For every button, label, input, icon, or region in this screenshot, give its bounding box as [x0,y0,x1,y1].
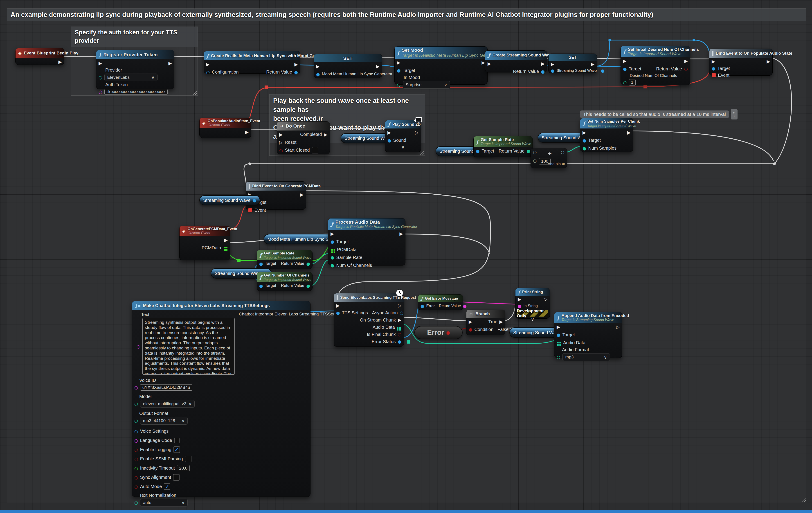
exec-in-pin[interactable]: ▶ [98,60,102,66]
blueprint-graph[interactable]: An example demonstrating lip sync during… [0,0,812,513]
model-pin[interactable]: ○ [134,401,138,406]
true-pin[interactable]: ▶ [499,319,503,324]
target-pin[interactable]: ● [557,332,560,337]
return-value-pin[interactable]: ● [294,70,298,75]
async-action-pin[interactable]: ○ [400,310,404,315]
comment-resize-grip[interactable] [420,150,424,155]
voice-settings-pin[interactable]: ○ [134,429,138,434]
sample-rate-pin[interactable]: ● [330,255,334,260]
event-pin[interactable] [248,208,253,212]
node-create-streaming-sound-wave[interactable]: ƒ Create Streaming Sound Wave ▶▶ Return … [485,50,547,73]
exec-out-pin[interactable]: ▶ [224,237,228,243]
node-set-mood-generator[interactable]: SET ▶▶ ● Mood Meta Human Lip Sync Genera… [314,54,382,78]
pcmdata-array-pin[interactable] [331,249,332,250]
exec-out-pin[interactable]: ▶ [482,60,485,65]
exec-out-pin[interactable]: ▷ [415,130,418,135]
inactivity-timeout-pin[interactable]: ○ [134,466,138,471]
output-format-pin[interactable]: ○ [134,418,138,423]
return-value-pin[interactable]: ● [463,304,467,309]
auto-mode-pin[interactable]: ○ [134,484,138,489]
exec-out-pin[interactable]: ▶ [245,130,249,135]
condition-pin[interactable]: ● [469,327,472,332]
exec-in-pin[interactable]: ▶ [551,61,554,67]
exec-in-pin[interactable]: ▶ [557,324,560,330]
target-pin[interactable]: ● [330,239,334,244]
add-pin-button[interactable]: Add pin ⊕ [548,162,565,166]
audio-format-pin[interactable]: ○ [557,354,560,360]
divide-input-b-pin[interactable]: ○ [533,158,537,163]
exec-out-pin[interactable]: ▶ [376,64,380,69]
exec-in-pin[interactable]: ▶ [623,58,627,64]
node-branch[interactable]: Branch ▶ True▶ ● Condition False▶ [466,310,505,335]
node-process-audio-data[interactable]: ƒ Process Audio Data Target is Realistic… [328,218,405,265]
return-value-pin[interactable]: ● [306,261,310,266]
model-dropdown[interactable]: eleven_multilingual_v2∨ [140,400,195,408]
enable-ssml-pin[interactable]: ○ [134,457,138,461]
exec-out-pin[interactable]: ▶ [685,58,688,64]
exec-in-pin[interactable]: ▶ [387,130,391,135]
sound-wave-pin[interactable]: ● [551,68,555,73]
var-streaming-sound-wave[interactable]: Streaming Sound Wave ● [199,195,260,205]
node-event-begin-play[interactable]: ◈ Event Blueprint Begin Play ▶ [15,48,64,65]
divide-output-pin[interactable]: ○ [561,150,564,154]
node-on-populate-event[interactable]: ◈ OnPopulateAudioState_Event Custom Even… [199,118,251,138]
exec-out-pin[interactable]: ▶ [627,130,631,135]
exec-out-pin[interactable]: ▶ [294,62,298,67]
node-set-mood[interactable]: ƒ Set Mood Target is Realistic Meta Huma… [395,46,488,85]
inactivity-input[interactable]: 20.0 [177,465,190,472]
completed-pin[interactable]: ▶ [324,132,327,137]
provider-pin[interactable]: ○ [98,75,103,80]
text-normalization-pin[interactable]: ○ [134,500,138,505]
pcmdata-array-pin[interactable] [224,247,225,248]
node-make-tts-settings[interactable]: }▪ Make Chatbot Integrator Eleven Labs S… [132,301,311,497]
var-output-pin[interactable]: ● [253,198,256,203]
node-get-error-message[interactable]: ƒ Get Error Message ●Error Return Value … [418,294,463,310]
node-append-audio-data[interactable]: ƒ Append Audio Data from Encoded Target … [554,312,622,358]
language-code-pin[interactable]: ○ [134,438,138,443]
exec-in-pin[interactable]: ▶ [518,296,521,302]
audio-data-array-pin[interactable] [557,342,558,343]
configuration-pin[interactable]: ○ [206,70,210,75]
exec-in-pin[interactable]: ▶ [206,62,209,67]
provider-dropdown[interactable]: ElevenLabs∨ [105,74,157,81]
return-value-pin[interactable]: ● [541,69,545,74]
exec-out-pin[interactable]: ▶ [400,231,403,236]
node-send-tts-request[interactable]: Send ElevenLabs Streaming TTS Request ▶▷… [334,293,404,347]
target-pin[interactable]: ● [712,66,716,71]
num-channels-pin[interactable]: ● [330,263,334,268]
comment-resize-grip[interactable] [193,90,197,95]
error-status-pin[interactable]: ● [398,339,401,344]
exec-out-pin[interactable]: ▶ [591,61,594,67]
comment-resize-grip[interactable] [801,498,806,502]
target-pin[interactable]: ● [259,261,263,266]
var-error[interactable]: Error ● [414,326,463,339]
target-pin[interactable]: ● [582,138,586,143]
auto-mode-checkbox[interactable]: ✓ [164,483,170,490]
return-value-pin[interactable]: ○ [684,66,688,71]
start-closed-pin[interactable]: ○ [279,148,283,153]
node-get-sample-rate-2[interactable]: ƒ Get Sample Rate Target is Imported Sou… [257,250,313,269]
exec-out-pin[interactable]: ▷ [398,303,401,308]
node-create-lipsync-generator[interactable]: ƒ Create Realistic Meta Human Lip Sync w… [204,51,300,74]
sound-pin[interactable]: ● [387,138,391,143]
exec-in-pin[interactable]: ▶ [582,130,586,135]
is-final-chunk-pin[interactable]: ○ [398,332,401,337]
exec-out-pin[interactable]: ▷ [544,296,547,302]
node-set-initial-channels[interactable]: ƒ Set Initial Desired Num Of Channels Ta… [620,46,690,85]
event-pin[interactable] [712,73,716,77]
start-closed-checkbox[interactable] [312,147,318,153]
enable-logging-checkbox[interactable]: ✓ [173,447,180,453]
target-pin[interactable]: ● [259,283,263,288]
exec-out-pin[interactable]: ▶ [58,59,62,64]
exec-out-pin[interactable]: ▶ [169,60,172,66]
channels-input[interactable]: 1 [629,79,636,86]
exec-in-pin[interactable]: ▶ [279,132,283,137]
error-pin[interactable]: ● [420,304,424,309]
node-bind-populate-audio-state[interactable]: Bind Event to On Populate Audio State ▶▶… [709,49,773,76]
node-print-string[interactable]: ƒ Print String ▶▷ ●In String Development… [515,288,550,319]
exec-out-pin[interactable]: ▶ [767,59,770,64]
exec-in-pin[interactable]: ▶ [336,303,340,308]
output-format-dropdown[interactable]: mp3_44100_128∨ [140,417,187,425]
exec-out-pin[interactable]: ▶ [300,192,303,197]
channels-pin[interactable]: ○ [623,80,627,85]
